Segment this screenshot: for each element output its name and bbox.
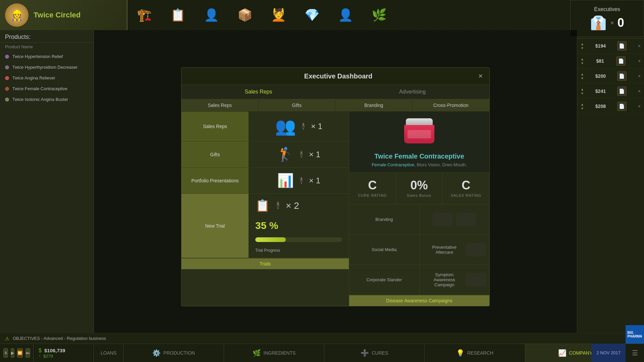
list-item[interactable]: Twice Hyperthyroidism Decreaser bbox=[0, 62, 94, 73]
nav-icon-8[interactable]: 🌿 bbox=[369, 5, 389, 25]
social-media-label: Social Media bbox=[349, 235, 419, 264]
ratings-row: C CURE RATING 0% Sales Bonus C SALES RAT… bbox=[349, 173, 489, 204]
hamburger-button[interactable]: ☰ bbox=[626, 344, 644, 362]
production-nav-button[interactable]: ⚙️ PRODUCTION bbox=[123, 344, 224, 362]
nav-icon-3[interactable]: 👤 bbox=[201, 5, 221, 25]
nav-icon-2[interactable]: 📋 bbox=[168, 5, 188, 25]
date-badge: 2 NOV 2017 bbox=[591, 344, 626, 362]
subtab-branding[interactable]: Branding bbox=[335, 99, 413, 111]
playback-controls: ⏸ ▶ ⏩ ⏭ bbox=[0, 344, 34, 362]
profit-val: $194 bbox=[595, 43, 606, 49]
company-name: Twice Circled bbox=[34, 11, 80, 19]
loans-button[interactable]: LOANS bbox=[94, 344, 123, 362]
company-logo[interactable]: 👷 Twice Circled bbox=[0, 0, 127, 30]
product-type: Female Contraceptive bbox=[372, 162, 414, 167]
trial-percent: 35 % bbox=[255, 220, 278, 231]
tab-sales-reps[interactable]: Sales Reps bbox=[181, 85, 335, 99]
modal-subtabs: Sales Reps Gifts Branding Cross-Promotio… bbox=[181, 99, 489, 112]
nav-icon-7[interactable]: 👤 bbox=[335, 5, 356, 25]
gifts-label: Gifts bbox=[181, 141, 249, 167]
new-trial-label: New Trial bbox=[181, 194, 249, 258]
list-item[interactable]: Twice Hypertension Relief bbox=[0, 51, 94, 62]
branding-placeholder bbox=[433, 213, 453, 226]
modal-right-col: Twice Female Contraceptive Female Contra… bbox=[349, 112, 489, 306]
patent-icon[interactable]: 📄 bbox=[617, 71, 627, 81]
symptom-placeholder bbox=[466, 273, 486, 287]
modal-close-button[interactable]: × bbox=[478, 72, 483, 80]
new-trial-content: 📋 🕴️ × 2 35 % Trial Progress bbox=[249, 194, 349, 258]
modal-title: Executive Dashboard bbox=[198, 72, 478, 80]
close-product-button[interactable]: × bbox=[638, 43, 641, 49]
cure-rating-cell: C CURE RATING bbox=[349, 173, 396, 204]
disease-campaigns-label: Disease Awareness Campaigns bbox=[349, 295, 489, 306]
play-button[interactable]: ▶ bbox=[11, 348, 14, 358]
new-trial-row: New Trial 📋 🕴️ × 2 35 % Trial Progress bbox=[181, 194, 349, 258]
profit-row: ▲ ▼ $241 📄 × bbox=[577, 84, 644, 99]
modal-left-col: Sales Reps 👥 🕴️ × 1 Gifts 🏌️ 🕴️ × 1 bbox=[181, 112, 349, 306]
product-name: Twice Hypertension Relief bbox=[12, 54, 63, 59]
branding-content bbox=[419, 204, 490, 234]
profit-val: $200 bbox=[595, 73, 606, 79]
list-item[interactable]: Twice Angina Reliever bbox=[0, 73, 94, 83]
close-product-button[interactable]: × bbox=[638, 88, 641, 94]
product-name: Twice Isotonic Angina Buster bbox=[12, 97, 68, 102]
branding-label: Branding bbox=[349, 204, 419, 234]
nav-icon-5[interactable]: 💆 bbox=[268, 5, 288, 25]
nav-icon-1[interactable]: 🏗️ bbox=[134, 5, 154, 25]
sales-rating-value: C bbox=[462, 179, 470, 191]
sales-rating-cell: C SALES RATING bbox=[443, 173, 489, 204]
modal-overlay: Executive Dashboard × Sales Reps Adverti… bbox=[94, 30, 577, 344]
product-color-dot bbox=[5, 87, 9, 91]
corporate-row: Corporate Slander Symptom Awareness Camp… bbox=[349, 265, 489, 295]
list-item[interactable]: Twice Female Contraceptive bbox=[0, 83, 94, 94]
profit-row: ▲ ▼ $208 📄 × bbox=[577, 99, 644, 114]
research-nav-button[interactable]: 💡 RESEARCH bbox=[425, 344, 525, 362]
cures-nav-button[interactable]: ➕ CURES bbox=[324, 344, 425, 362]
nav-icon-6[interactable]: 💎 bbox=[302, 5, 322, 25]
income-value: $279 bbox=[43, 354, 53, 359]
trial-rep-count: × 2 bbox=[286, 200, 299, 211]
cure-rating-value: C bbox=[368, 179, 377, 191]
ingredients-nav-button[interactable]: 🌿 INGREDIENTS bbox=[224, 344, 324, 362]
objectives-text: OBJECTIVES - Advanced - Regulation busin… bbox=[13, 336, 106, 341]
patent-icon[interactable]: 📄 bbox=[617, 86, 627, 96]
executives-panel: Executives 👔 × 0 bbox=[570, 0, 644, 37]
subtab-sales-reps[interactable]: Sales Reps bbox=[181, 99, 259, 111]
product-color-dot bbox=[5, 65, 9, 69]
branding-placeholder-2 bbox=[456, 213, 476, 226]
modal-body: Sales Reps 👥 🕴️ × 1 Gifts 🏌️ 🕴️ × 1 bbox=[181, 112, 489, 306]
patent-icon[interactable]: 📄 bbox=[616, 56, 626, 66]
subtab-gifts[interactable]: Gifts bbox=[259, 99, 336, 111]
product-spotlight: Twice Female Contraceptive Female Contra… bbox=[349, 112, 489, 173]
nav-icon-4[interactable]: 📦 bbox=[235, 5, 255, 25]
bottom-bar: ⏸ ▶ ⏩ ⏭ $ $106,739 ↑ $279 LOANS ⚙️ PRODU… bbox=[0, 344, 644, 362]
cures-icon: ➕ bbox=[361, 349, 369, 357]
product-name: Twice Angina Reliever bbox=[12, 75, 55, 80]
close-product-button[interactable]: × bbox=[638, 73, 641, 79]
fast-forward-button[interactable]: ⏩ bbox=[17, 348, 23, 358]
profit-row: ▲ ▼ $200 📄 × bbox=[577, 69, 644, 84]
list-item[interactable]: Twice Isotonic Angina Buster bbox=[0, 94, 94, 105]
skip-button[interactable]: ⏭ bbox=[25, 348, 30, 358]
sales-bonus-cell: 0% Sales Bonus bbox=[396, 173, 442, 204]
product-list-header: Product Name bbox=[0, 43, 94, 51]
gifts-rep-icon: 🕴️ bbox=[297, 150, 306, 159]
exec-avatar: 👔 bbox=[590, 15, 607, 31]
profit-row: ▲ ▼ $81 📄 × bbox=[577, 54, 644, 69]
balance-row: $ $106,739 bbox=[39, 348, 89, 354]
tab-advertising[interactable]: Advertising bbox=[335, 85, 489, 99]
product-effects: , Blurs Vision, Dries Mouth, bbox=[414, 162, 467, 167]
company-icon: 📈 bbox=[558, 349, 567, 357]
profit-row: ▲ ▼ $194 📄 × bbox=[577, 39, 644, 54]
pause-button[interactable]: ⏸ bbox=[3, 348, 8, 358]
patent-icon[interactable]: 📄 bbox=[617, 102, 627, 111]
patent-icon[interactable]: 📄 bbox=[617, 41, 627, 51]
income-arrow-icon: ↑ bbox=[39, 354, 41, 358]
preventative-aftercare-label: Preventative Aftercare bbox=[423, 241, 466, 258]
modal-header: Executive Dashboard × bbox=[181, 68, 489, 85]
balance-value: $106,739 bbox=[44, 348, 65, 353]
close-product-button[interactable]: × bbox=[638, 58, 641, 64]
gifts-row: Gifts 🏌️ 🕴️ × 1 bbox=[181, 141, 349, 168]
close-product-button[interactable]: × bbox=[638, 104, 641, 109]
subtab-cross-promotion[interactable]: Cross-Promotion bbox=[413, 99, 490, 111]
